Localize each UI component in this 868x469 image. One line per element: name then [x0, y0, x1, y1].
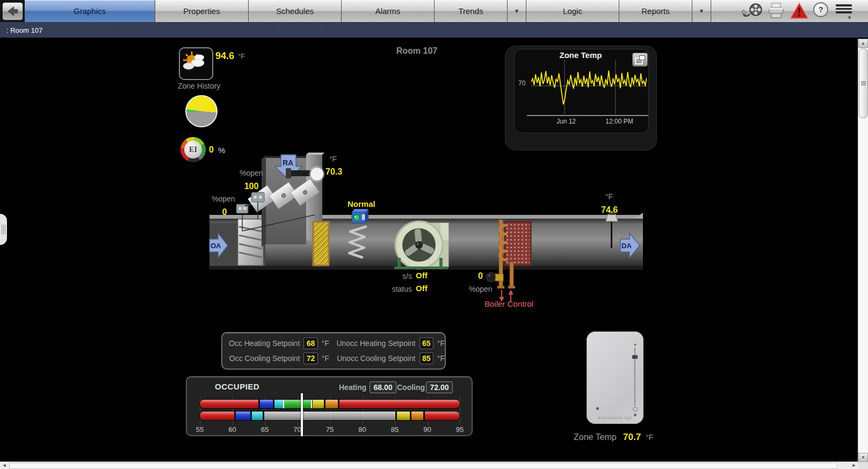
back-button-area [0, 0, 25, 22]
comfort-bar-panel: OCCUPIED Heating 68.00 Cooling 72.00 556… [186, 376, 473, 436]
fan-status-label: status [388, 285, 412, 293]
zone-temp-label: Zone Temp [574, 432, 617, 442]
scroll-down-button[interactable]: ▼ [858, 453, 868, 462]
ra-arrow-label: RA [283, 158, 293, 167]
scale-tick-label: 65 [261, 425, 269, 434]
tab-properties[interactable]: Properties [155, 0, 249, 22]
comfort-segment [326, 400, 337, 408]
outdoor-temp-value: 94.6 [215, 50, 234, 62]
breadcrumb: : Room 107 [0, 22, 868, 39]
scroll-left-button[interactable]: ◄ [0, 462, 9, 469]
back-arrow-icon [5, 5, 19, 17]
scale-gridline [460, 396, 460, 425]
media-reel-icon[interactable] [741, 2, 765, 19]
comfort-segment [425, 412, 460, 420]
occ-cooling-input[interactable]: 72 [303, 352, 317, 364]
print-icon[interactable] [767, 2, 785, 19]
scroll-up-button[interactable]: ▲ [858, 39, 868, 48]
comfort-segment [274, 400, 285, 408]
unocc-heating-label: Unocc Heating Setpoint [333, 339, 416, 348]
horizontal-scrollbar[interactable]: ◄ ► [0, 461, 858, 469]
da-temp-unit: °F [605, 192, 613, 201]
thermostat-led [596, 407, 599, 410]
hw-valve-value: 0 [478, 271, 483, 281]
zone-history-pie[interactable] [185, 95, 218, 127]
comfort-segment [200, 412, 234, 420]
back-button[interactable] [2, 2, 23, 20]
sidebar-collapse-handle[interactable] [0, 214, 7, 245]
scale-tick-label: 70 [293, 425, 301, 434]
alarm-triangle-icon[interactable] [790, 2, 809, 19]
tab-logic[interactable]: Logic [526, 0, 619, 22]
vertical-scrollbar[interactable]: ▲ ▼ [858, 39, 868, 462]
heating-sp-box[interactable]: 68.00 [370, 381, 396, 393]
cooling-sp-box[interactable]: 72.00 [426, 381, 453, 393]
hw-valve-graphic [487, 273, 504, 282]
comfort-segment [284, 400, 311, 408]
occ-heating-input[interactable]: 68 [303, 337, 317, 349]
supply-fan-graphic [394, 221, 449, 269]
unoccupied-setpoint-bar[interactable] [200, 412, 460, 420]
tab-schedules[interactable]: Schedules [249, 0, 342, 22]
thermostat-slider-arrow-icon: ▲ [633, 342, 637, 346]
fan-ss-value: Off [416, 271, 428, 280]
comfort-segment [411, 412, 423, 420]
zone-temp-marker [301, 393, 303, 436]
scale-tick-label: 90 [423, 425, 431, 434]
chevron-down-icon: ▼ [514, 8, 519, 14]
unocc-cooling-unit: °F [437, 354, 445, 363]
zone-temp-trend-panel: Zone Temp 70 Jun 12 12:00 PM [505, 46, 657, 150]
unocc-cooling-input[interactable]: 85 [419, 352, 433, 364]
unocc-heating-unit: °F [437, 339, 445, 348]
tab-graphics[interactable]: Graphics [25, 0, 155, 22]
occupied-setpoint-bar[interactable] [200, 400, 460, 408]
trend-y-tick: 70 [518, 80, 525, 87]
navbar-toolbar: ? ▼ [711, 0, 868, 22]
scroll-right-button[interactable]: ► [850, 462, 858, 469]
help-icon[interactable]: ? [813, 2, 828, 17]
outdoor-temp-unit: °F [238, 52, 245, 60]
da-temp-value: 74.6 [601, 205, 618, 215]
ei-gauge-icon: EI [180, 137, 206, 162]
ei-gauge-label: EI [184, 141, 202, 158]
trend-title: Zone Temp [540, 50, 621, 60]
unocc-heating-input[interactable]: 65 [419, 337, 433, 349]
scrollbar-corner [858, 462, 868, 469]
occupancy-status: OCCUPIED [215, 382, 259, 391]
boiler-control-link[interactable]: Boiler Control [484, 299, 533, 308]
heating-sp-label: Heating [339, 383, 366, 392]
thermostat-slider-handle [632, 355, 638, 359]
weather-icon [179, 47, 213, 80]
thermostat-dial [633, 407, 638, 412]
alarm-status-device [352, 209, 368, 223]
tab-reports-dropdown[interactable]: ▼ [692, 0, 711, 22]
scale-tick-label: 85 [391, 425, 399, 434]
tab-alarms[interactable]: Alarms [342, 0, 435, 22]
comfort-bars: 556065707580859095 [200, 396, 460, 437]
cooling-sp-label: Cooling [397, 383, 425, 392]
comfort-segment [313, 400, 324, 408]
ra-damper-value: 100 [242, 182, 261, 191]
vertical-scroll-thumb[interactable] [859, 48, 868, 118]
trend-sparkline [531, 60, 647, 114]
zone-temp-unit: °F [646, 433, 653, 442]
tab-trends[interactable]: Trends [435, 0, 508, 22]
comfort-segment [260, 400, 273, 408]
occ-heating-label: Occ Heating Setpoint [228, 339, 300, 348]
tab-trends-dropdown[interactable]: ▼ [508, 0, 526, 22]
occ-heating-unit: °F [322, 339, 329, 348]
horizontal-scroll-thumb[interactable] [9, 463, 837, 469]
oa-damper-label: %open [212, 194, 235, 203]
tab-reports[interactable]: Reports [619, 0, 692, 22]
zone-temp-value: 70.7 [623, 432, 641, 443]
fan-ss-label: s/s [397, 272, 412, 280]
comfort-segment [397, 412, 410, 420]
chevron-down-icon: ▼ [699, 8, 704, 14]
scale-tick-label: 75 [326, 425, 334, 434]
menu-icon[interactable]: ▼ [836, 3, 852, 20]
top-navbar: Graphics Properties Schedules Alarms Tre… [0, 0, 868, 22]
scale-tick-label: 80 [358, 425, 366, 434]
occ-cooling-label: Occ Cooling Setpoint [228, 354, 300, 363]
scale-tick-label: 95 [456, 425, 464, 434]
filter-graphic [313, 222, 329, 265]
